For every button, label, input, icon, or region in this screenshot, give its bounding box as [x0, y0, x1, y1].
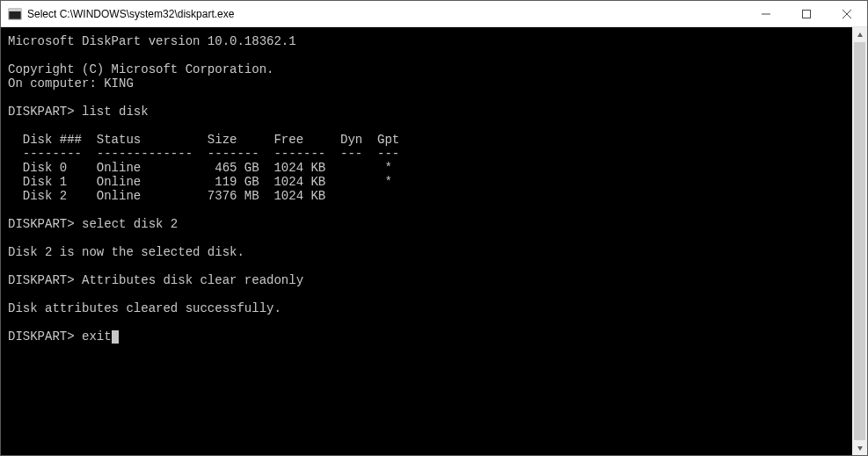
response-3: Disk attributes cleared successfully.	[8, 301, 852, 315]
table-row: Disk 2 Online 7376 MB 1024 KB	[8, 189, 852, 203]
svg-marker-6	[857, 33, 863, 37]
app-icon	[8, 7, 22, 21]
table-row: Disk 0 Online 465 GB 1024 KB *	[8, 161, 852, 175]
svg-rect-3	[803, 10, 811, 18]
scrollbar-thumb[interactable]	[854, 42, 865, 440]
scroll-up-button[interactable]	[852, 27, 867, 42]
terminal-output[interactable]: Microsoft DiskPart version 10.0.18362.1 …	[1, 27, 852, 455]
version-line: Microsoft DiskPart version 10.0.18362.1	[8, 34, 852, 48]
window-title: Select C:\WINDOWS\system32\diskpart.exe	[27, 8, 234, 20]
prompt-line-3: DISKPART> Attributes disk clear readonly	[8, 273, 852, 287]
client-area: Microsoft DiskPart version 10.0.18362.1 …	[1, 27, 867, 455]
svg-marker-7	[857, 446, 863, 451]
text-cursor	[112, 330, 119, 344]
vertical-scrollbar[interactable]	[852, 27, 867, 455]
prompt-line-2: DISKPART> select disk 2	[8, 217, 852, 231]
disk-table-header: Disk ### Status Size Free Dyn Gpt	[8, 133, 852, 147]
prompt-line-4: DISKPART> exit	[8, 329, 852, 344]
scrollbar-track[interactable]	[852, 42, 867, 440]
table-row: Disk 1 Online 119 GB 1024 KB *	[8, 175, 852, 189]
disk-table-divider: -------- ------------- ------- ------- -…	[8, 147, 852, 161]
app-window: Select C:\WINDOWS\system32\diskpart.exe …	[0, 0, 868, 456]
minimize-button[interactable]	[746, 1, 786, 27]
computer-line: On computer: KING	[8, 76, 852, 90]
close-button[interactable]	[827, 1, 867, 27]
prompt-line-1: DISKPART> list disk	[8, 105, 852, 119]
copyright-line: Copyright (C) Microsoft Corporation.	[8, 62, 852, 76]
titlebar[interactable]: Select C:\WINDOWS\system32\diskpart.exe	[1, 1, 867, 27]
response-2: Disk 2 is now the selected disk.	[8, 245, 852, 259]
scroll-down-button[interactable]	[852, 440, 867, 455]
maximize-button[interactable]	[786, 1, 827, 27]
svg-rect-1	[9, 9, 21, 11]
